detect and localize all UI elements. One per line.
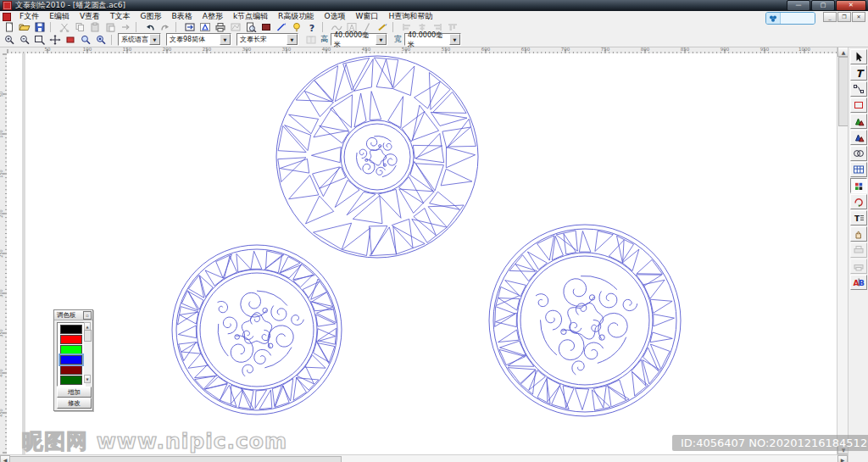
rectangle-tool-button[interactable] (850, 97, 867, 113)
chevron-down-icon[interactable]: ▼ (449, 34, 460, 45)
vertical-scrollbar[interactable]: ▲ ▼ (837, 47, 849, 454)
rotate-tool-button[interactable] (850, 194, 867, 209)
mdi-controls: _ ❐ ✕ (822, 12, 865, 22)
hand-tool-button[interactable] (850, 226, 867, 242)
palette-scroll-thumb[interactable] (84, 330, 92, 342)
dragon-disc-2[interactable] (172, 245, 342, 415)
chevron-down-icon[interactable]: ▼ (149, 34, 160, 45)
palette-color-list (57, 322, 86, 387)
scroll-right-icon[interactable]: ▶ (837, 455, 848, 462)
chevron-down-icon[interactable]: ▼ (376, 34, 387, 45)
height-combo[interactable]: 40.0000毫米 ▼ (331, 33, 387, 46)
pan-button[interactable] (47, 33, 63, 47)
kern-button[interactable]: T (303, 33, 319, 47)
dragon-disc-3[interactable] (489, 225, 681, 416)
table-tool-button[interactable] (850, 162, 867, 177)
material-button[interactable] (259, 21, 274, 33)
shape-a-tool-button[interactable] (850, 114, 867, 129)
close-button[interactable]: ✕ (836, 0, 866, 11)
language-combo[interactable]: 系统语言▼ (118, 33, 161, 46)
undo-button[interactable] (142, 21, 158, 33)
svg-text:T: T (854, 214, 860, 223)
screenshot-tool-widget[interactable] (765, 12, 815, 25)
print-a-tool-button[interactable] (850, 242, 867, 258)
palette-scroll-down-icon[interactable]: ▼ (84, 375, 91, 383)
mdi-close-button[interactable]: ✕ (852, 12, 865, 22)
z-pen-button[interactable] (375, 21, 390, 33)
color-swatch-4[interactable] (60, 365, 82, 375)
save-button[interactable] (32, 21, 47, 33)
output-button[interactable] (182, 21, 198, 33)
help-button[interactable]: ? (304, 21, 320, 33)
copy-button[interactable] (72, 21, 87, 33)
node-edit-tool-button[interactable] (850, 81, 867, 97)
height-label: 高 (320, 34, 328, 45)
svg-text:T: T (309, 36, 314, 44)
zoom-prev-button[interactable] (78, 33, 93, 47)
font-combos: 系统语言▼文泰98简体▼文泰长宋▼ (118, 33, 303, 46)
text-format-tool-button[interactable]: T (850, 210, 867, 225)
shape-b-tool-button[interactable] (850, 130, 867, 145)
width-combo[interactable]: 40.0000毫米 ▼ (404, 33, 461, 46)
minimize-button[interactable]: — (787, 0, 810, 11)
font2-combo[interactable]: 文泰长宋▼ (236, 33, 298, 46)
zoom-in-button[interactable] (2, 33, 17, 47)
palette-modify-button[interactable]: 修改 (57, 398, 92, 409)
palette-add-button[interactable]: 增加 (57, 387, 92, 398)
color-swatch-0[interactable] (60, 325, 82, 334)
svg-text:100: 100 (0, 130, 3, 138)
palette-close-icon[interactable]: ▫ (83, 311, 92, 320)
svg-text:450: 450 (0, 409, 3, 417)
zoom-rect-button[interactable] (32, 33, 47, 47)
palette-title-bar[interactable]: 调色板 ▫ (54, 310, 92, 320)
print-b-tool-button[interactable] (850, 259, 867, 274)
chevron-down-icon[interactable]: ▼ (287, 34, 298, 45)
color-swatch-3[interactable] (60, 355, 82, 365)
font-combo-value: 文泰98简体 (170, 35, 205, 44)
maximize-button[interactable]: ▢ (811, 0, 835, 11)
redo-button[interactable] (158, 21, 173, 33)
ab-tool-button[interactable]: AB (850, 275, 867, 290)
zoom-all-button[interactable] (93, 33, 108, 47)
drawing-canvas[interactable] (7, 53, 837, 454)
repeat-button[interactable] (118, 21, 133, 33)
preview-button[interactable] (243, 21, 259, 33)
width-label: 宽 (394, 34, 402, 45)
new-button[interactable] (2, 21, 17, 33)
svg-text:B: B (859, 279, 865, 287)
svg-text:300: 300 (0, 289, 3, 298)
chevron-down-icon[interactable]: ▼ (220, 34, 231, 45)
mdi-minimize-button[interactable]: _ (823, 12, 837, 22)
open-button[interactable] (17, 21, 32, 33)
horizontal-scrollbar[interactable]: ◀ ▶ (0, 454, 848, 462)
dragon-disc-1[interactable] (276, 56, 478, 258)
engrave-button[interactable] (198, 21, 213, 33)
color-swatch-1[interactable] (60, 335, 82, 344)
color-swatch-2[interactable] (60, 345, 82, 354)
select-tool-button[interactable] (850, 49, 867, 64)
horizontal-scroll-thumb[interactable] (9, 456, 342, 462)
font-combo[interactable]: 文泰98简体▼ (166, 33, 231, 46)
color-dots-tool-button[interactable] (850, 178, 867, 193)
cut-button[interactable] (57, 21, 72, 33)
color-swatch-5[interactable] (60, 376, 82, 385)
text-tool-button[interactable]: T (850, 65, 867, 81)
draw-button[interactable] (274, 21, 289, 33)
zoom-selected-button[interactable] (63, 33, 78, 47)
svg-text:350: 350 (0, 329, 3, 337)
toolbar-separator (50, 22, 57, 32)
paste-special-button[interactable] (103, 21, 118, 33)
weld-tool-button[interactable] (850, 146, 867, 161)
mdi-restore-button[interactable]: ❐ (837, 12, 851, 22)
window-title: 文泰刻绘2010 - [蟠龙圆盘.ac6] (15, 0, 125, 11)
zoom-out-button[interactable] (17, 33, 32, 47)
bulb-button[interactable] (289, 21, 304, 33)
widget-field[interactable] (780, 13, 815, 24)
plot-button[interactable] (228, 21, 243, 33)
print-button[interactable] (213, 21, 228, 33)
dragon-disc-drawing (7, 53, 837, 454)
paste-button[interactable] (87, 21, 103, 33)
palette-scrollbar[interactable]: ▲ ▼ (84, 322, 91, 383)
zoom-buttons (2, 33, 108, 47)
toolbar-separator (392, 22, 399, 32)
